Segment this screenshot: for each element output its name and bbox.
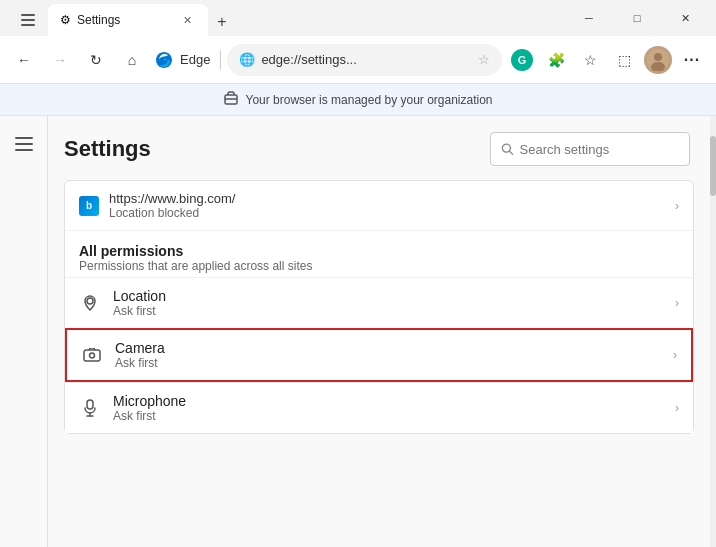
minimize-button[interactable]: ─ (566, 2, 612, 34)
svg-rect-9 (15, 143, 33, 145)
svg-point-4 (654, 53, 662, 61)
tabs-button[interactable]: ⬚ (608, 44, 640, 76)
location-name: Location (113, 288, 663, 304)
address-bar[interactable]: 🌐 edge://settings... ☆ (227, 44, 502, 76)
sidebar (0, 116, 48, 547)
close-button[interactable]: ✕ (662, 2, 708, 34)
microphone-svg-icon (83, 399, 97, 417)
bing-info: https://www.bing.com/ Location blocked (109, 191, 665, 220)
nav-icons-right: G 🧩 ☆ ⬚ ··· (506, 44, 708, 76)
tab-area: ⚙ Settings ✕ + (8, 0, 566, 36)
sidebar-toggle-btn[interactable] (12, 4, 44, 36)
info-bar: Your browser is managed by your organiza… (0, 84, 716, 116)
camera-permission-item[interactable]: Camera Ask first › (65, 328, 693, 382)
location-pin-icon (81, 294, 99, 312)
refresh-icon: ↻ (90, 52, 102, 68)
location-icon (79, 292, 101, 314)
back-icon: ← (17, 52, 31, 68)
bing-icon-label: b (86, 200, 92, 211)
permissions-card: b https://www.bing.com/ Location blocked… (64, 180, 694, 434)
bing-chevron: › (675, 199, 679, 213)
svg-line-12 (509, 151, 512, 154)
svg-point-15 (90, 353, 95, 358)
camera-name: Camera (115, 340, 661, 356)
scrollbar-thumb[interactable] (710, 136, 716, 196)
location-status: Ask first (113, 304, 663, 318)
collections-button[interactable]: ☆ (574, 44, 606, 76)
maximize-button[interactable]: □ (614, 2, 660, 34)
extensions-icon: 🧩 (548, 52, 565, 68)
address-globe-icon: 🌐 (239, 52, 255, 67)
content-area: Settings b https://www.bing.com/ Locatio… (48, 116, 710, 547)
edge-brand-label: Edge (180, 52, 210, 67)
permissions-subtitle: Permissions that are applied across all … (79, 259, 679, 273)
tab-close-button[interactable]: ✕ (179, 12, 196, 29)
edge-logo-icon (154, 50, 174, 70)
menu-button[interactable]: ··· (676, 44, 708, 76)
permissions-title: All permissions (79, 243, 679, 259)
profile-button[interactable]: G (506, 44, 538, 76)
svg-point-13 (87, 298, 93, 304)
svg-rect-16 (87, 400, 93, 409)
svg-rect-14 (84, 350, 100, 361)
camera-icon (81, 344, 103, 366)
favorite-icon[interactable]: ☆ (478, 52, 490, 67)
managed-icon (223, 90, 239, 109)
settings-header: Settings (48, 116, 710, 174)
bing-icon: b (79, 196, 99, 216)
svg-rect-10 (15, 149, 33, 151)
window-controls: ─ □ ✕ (566, 2, 708, 34)
managed-text: Your browser is managed by your organiza… (245, 93, 492, 107)
camera-svg-icon (83, 348, 101, 362)
forward-button[interactable]: → (44, 44, 76, 76)
menu-icon: ··· (684, 51, 700, 69)
bing-status: Location blocked (109, 206, 665, 220)
settings-tab[interactable]: ⚙ Settings ✕ (48, 4, 208, 36)
sidebar-menu-button[interactable] (8, 128, 40, 160)
avatar-button[interactable] (642, 44, 674, 76)
forward-icon: → (53, 52, 67, 68)
bing-entry[interactable]: b https://www.bing.com/ Location blocked… (65, 181, 693, 231)
microphone-name: Microphone (113, 393, 663, 409)
search-box[interactable] (490, 132, 690, 166)
svg-rect-0 (21, 14, 35, 16)
svg-rect-8 (15, 137, 33, 139)
avatar-image (647, 49, 669, 71)
hamburger-icon (15, 137, 33, 151)
refresh-button[interactable]: ↻ (80, 44, 112, 76)
camera-status: Ask first (115, 356, 661, 370)
permissions-section-header: All permissions Permissions that are app… (65, 231, 693, 277)
page-title: Settings (64, 136, 482, 162)
back-button[interactable]: ← (8, 44, 40, 76)
location-permission-item[interactable]: Location Ask first › (65, 277, 693, 328)
microphone-chevron: › (675, 401, 679, 415)
microphone-status: Ask first (113, 409, 663, 423)
nav-divider (220, 50, 221, 70)
user-avatar (644, 46, 672, 74)
main-layout: Settings b https://www.bing.com/ Locatio… (0, 116, 716, 547)
search-input[interactable] (520, 142, 679, 157)
briefcase-icon (223, 90, 239, 106)
sidebar-icon (20, 12, 36, 28)
bing-url: https://www.bing.com/ (109, 191, 665, 206)
microphone-permission-item[interactable]: Microphone Ask first › (65, 382, 693, 433)
profile-icon: G (511, 49, 533, 71)
svg-rect-2 (21, 24, 35, 26)
camera-info: Camera Ask first (115, 340, 661, 370)
home-icon: ⌂ (128, 52, 136, 68)
extensions-button[interactable]: 🧩 (540, 44, 572, 76)
camera-chevron: › (673, 348, 677, 362)
search-icon (501, 142, 514, 156)
home-button[interactable]: ⌂ (116, 44, 148, 76)
nav-bar: ← → ↻ ⌂ Edge 🌐 edge://settings... ☆ G 🧩 … (0, 36, 716, 84)
tabs-icon: ⬚ (618, 52, 631, 68)
svg-rect-1 (21, 19, 35, 21)
location-chevron: › (675, 296, 679, 310)
collections-icon: ☆ (584, 52, 597, 68)
new-tab-button[interactable]: + (208, 8, 236, 36)
address-text: edge://settings... (261, 52, 472, 67)
tab-settings-title: Settings (77, 13, 173, 27)
microphone-icon (79, 397, 101, 419)
scrollbar-track[interactable] (710, 116, 716, 547)
title-bar: ⚙ Settings ✕ + ─ □ ✕ (0, 0, 716, 36)
